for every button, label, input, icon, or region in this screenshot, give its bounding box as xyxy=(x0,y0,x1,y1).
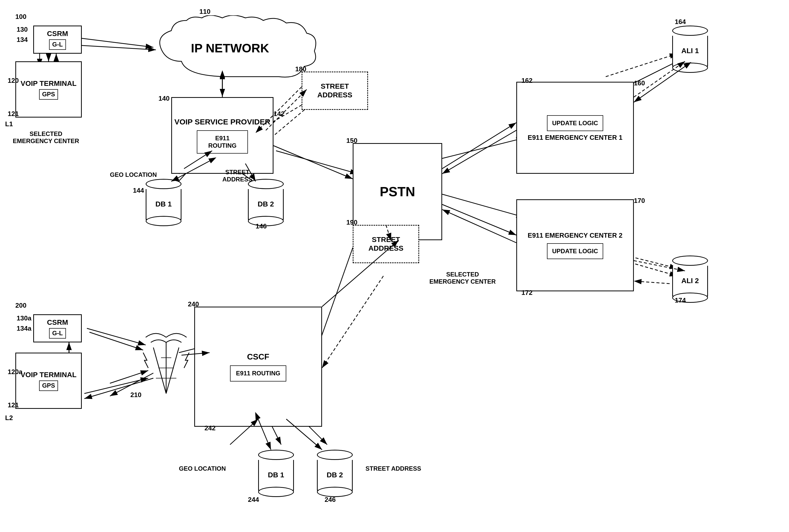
svg-line-11 xyxy=(442,194,524,217)
ref-190: 190 xyxy=(346,218,357,226)
ip-network-cloud: IP NETWORK xyxy=(140,15,319,88)
ref-144: 144 xyxy=(133,187,144,194)
voip-service-provider: VOIP SERVICE PROVIDER E911 ROUTING xyxy=(171,97,274,174)
ref-142: 142 xyxy=(274,110,284,118)
svg-line-55 xyxy=(322,276,383,368)
ref-146: 146 xyxy=(256,222,267,230)
ref-162: 162 xyxy=(521,77,532,84)
ref-200: 200 xyxy=(15,302,26,309)
ref-110: 110 xyxy=(199,8,210,16)
svg-line-30 xyxy=(166,347,179,394)
db1-top: DB 1 xyxy=(143,179,184,226)
ref-160: 160 xyxy=(634,79,645,87)
e911-center-2: E911 EMERGENCY CENTER 2 UPDATE LOGIC xyxy=(516,199,634,291)
ref-120a: 120a xyxy=(8,368,22,376)
ref-170: 170 xyxy=(634,197,645,205)
ref-130: 130 xyxy=(17,25,27,34)
selected-ec-label-1: SELECTEDEMERGENCY CENTER xyxy=(13,130,79,145)
diagram: 100 IP NETWORK 110 VOIP TERMINAL GPS 120… xyxy=(0,0,789,532)
street-address-bot: STREET ADDRESS xyxy=(365,465,421,472)
csrm-2: CSRM G-L xyxy=(33,314,82,342)
ref-121: 121 xyxy=(8,110,19,118)
svg-line-25 xyxy=(90,332,143,350)
svg-line-43 xyxy=(442,204,516,235)
gl-1: G-L xyxy=(49,39,66,50)
csrm-1: CSRM G-L xyxy=(33,25,82,54)
ali2-cyl: ALI 2 xyxy=(670,255,711,303)
svg-line-41 xyxy=(274,146,353,179)
svg-line-45 xyxy=(442,210,516,243)
gps-1: GPS xyxy=(39,89,58,100)
ref-140: 140 xyxy=(158,95,169,102)
street-address-label-db2: STREETADDRESS xyxy=(222,169,252,183)
db2-top: DB 2 xyxy=(245,179,286,226)
e911-routing-1: E911 ROUTING xyxy=(197,130,248,154)
cscf: CSCF E911 ROUTING xyxy=(194,307,322,427)
ref-180: 180 xyxy=(295,65,306,73)
ref-240: 240 xyxy=(188,300,199,308)
ref-246: 246 xyxy=(325,496,336,504)
ali1-cyl: ALI 1 xyxy=(670,25,711,73)
gl-2: G-L xyxy=(49,328,66,339)
ref-L1: L1 xyxy=(5,120,13,128)
gps-2: GPS xyxy=(39,380,58,391)
db2-bot: DB 2 xyxy=(314,450,355,497)
update-logic-1: UPDATE LOGIC xyxy=(547,115,603,131)
svg-line-12 xyxy=(606,54,677,77)
cell-tower xyxy=(138,327,194,400)
geo-location-1: GEO LOCATION xyxy=(110,171,157,178)
ref-164: 164 xyxy=(675,18,686,26)
street-address-180: STREET ADDRESS xyxy=(302,72,368,110)
ref-130a: 130a xyxy=(17,314,32,322)
db1-bot: DB 1 xyxy=(256,450,297,497)
e911-center-1: UPDATE LOGIC E911 EMERGENCY CENTER 1 xyxy=(516,82,634,174)
ref-120: 120 xyxy=(8,77,19,84)
ref-210: 210 xyxy=(130,391,141,399)
svg-line-29 xyxy=(153,347,166,394)
ref-242: 242 xyxy=(205,424,215,432)
ref-L2: L2 xyxy=(5,414,13,422)
update-logic-2: UPDATE LOGIC xyxy=(547,243,603,259)
svg-line-9 xyxy=(276,151,358,174)
svg-line-44 xyxy=(442,130,516,174)
svg-line-42 xyxy=(442,122,516,169)
selected-ec-label-2: SELECTEDEMERGENCY CENTER xyxy=(429,271,496,285)
ref-172: 172 xyxy=(521,289,532,297)
ref-121b: 121 xyxy=(8,401,19,409)
svg-line-65 xyxy=(634,281,670,284)
ref-174: 174 xyxy=(675,297,686,304)
ref-150: 150 xyxy=(346,137,357,145)
geo-location-2: GEO LOCATION xyxy=(179,465,226,472)
ref-244: 244 xyxy=(248,496,259,504)
e911-routing-2: E911 ROUTING xyxy=(230,365,286,381)
street-address-190: STREET ADDRESS xyxy=(353,225,419,263)
svg-text:IP NETWORK: IP NETWORK xyxy=(191,41,269,55)
voip-terminal-1: VOIP TERMINAL GPS xyxy=(15,61,82,117)
svg-line-57 xyxy=(87,328,146,345)
voip-terminal-2: VOIP TERMINAL GPS xyxy=(15,353,82,409)
svg-line-10 xyxy=(442,138,524,158)
ref-134: 134 xyxy=(17,36,27,44)
ref-134a: 134a xyxy=(17,324,32,332)
ref-100: 100 xyxy=(15,13,26,21)
